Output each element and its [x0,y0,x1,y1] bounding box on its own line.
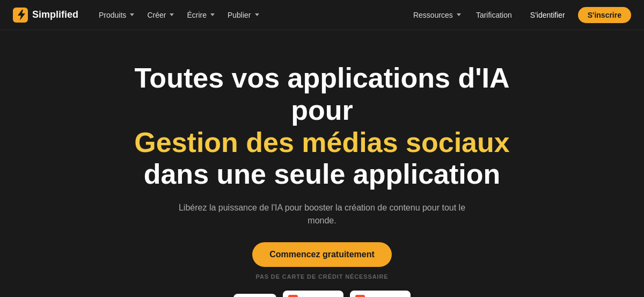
brand-name: Simplified [32,9,78,20]
signin-button[interactable]: S'identifier [522,7,574,23]
nav-item-tarification[interactable]: Tarification [471,8,517,23]
hero-title-line1: Toutes vos applications d'IA pour [134,62,509,126]
no-card-label: PAS DE CARTE DE CRÉDIT NÉCESSAIRE [255,273,388,280]
logo-icon [13,8,28,23]
logo-link[interactable]: Simplified [13,8,78,23]
badges-container: G Leader WINTER 2023 G Top 100 Fastest G… [233,291,411,297]
chevron-icon [170,13,174,16]
nav-item-ecrire[interactable]: Écrire [181,8,220,23]
register-button[interactable]: S'inscrire [578,7,631,23]
hero-section: Toutes vos applications d'IA pour Gestio… [0,30,644,297]
chevron-icon [130,13,134,16]
g2-icon-2: G [288,295,298,297]
nav-menu-left: Produits Créer Écrire Publier [93,8,265,23]
chevron-icon [457,13,461,16]
hero-title: Toutes vos applications d'IA pour Gestio… [113,62,531,191]
g2-icon-3: G [355,295,365,297]
nav-item-creer[interactable]: Créer [142,8,179,23]
badge-leader: G Leader WINTER 2023 [233,294,276,297]
cta-button[interactable]: Commencez gratuitement [252,242,392,267]
badge-top50: G Top 50 Design Products BEST SOFTWARE A… [350,291,411,297]
badge-top100: G Top 100 Fastest Growing Products BEST … [283,291,343,297]
hero-subtitle: Libérez la puissance de l'IA pour booste… [172,201,472,227]
chevron-icon [210,13,215,16]
nav-right: Ressources Tarification S'identifier S'i… [408,7,631,23]
nav-item-publier[interactable]: Publier [222,8,265,23]
navbar: Simplified Produits Créer Écrire Publier… [0,0,644,30]
chevron-icon [255,13,259,16]
nav-left: Simplified Produits Créer Écrire Publier [13,8,265,23]
nav-item-ressources[interactable]: Ressources [408,8,466,23]
nav-item-produits[interactable]: Produits [93,8,140,23]
hero-title-line3: dans une seule application [144,158,501,190]
hero-title-line2: Gestion des médias sociaux [134,127,509,158]
